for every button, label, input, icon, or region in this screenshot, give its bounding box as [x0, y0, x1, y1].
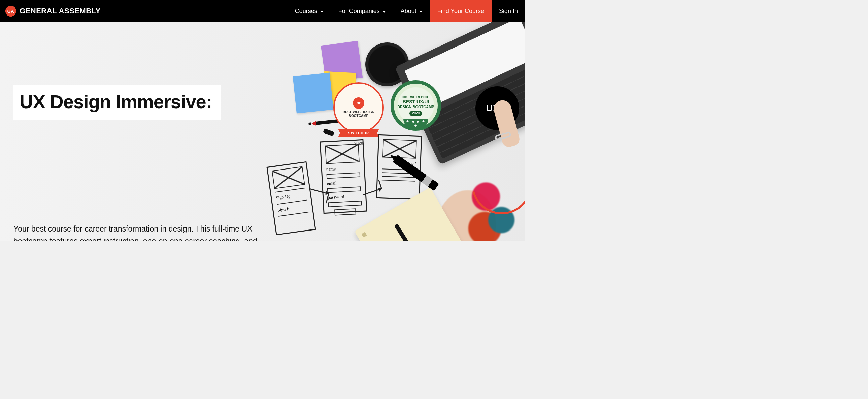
nav-for-companies-label: For Companies: [338, 8, 380, 15]
nav-about-label: About: [401, 8, 416, 15]
nav-cta-label: Find Your Course: [437, 8, 484, 15]
hero-section: UX Design Immersive: Your best course fo…: [0, 22, 525, 241]
wireframe-field-icon: [328, 200, 362, 207]
main-nav: Courses For Companies About Find Your Co…: [287, 0, 525, 22]
nav-about[interactable]: About: [393, 0, 430, 22]
brand-badge-text: GA: [7, 9, 14, 14]
wireframe-text: password: [328, 193, 362, 200]
course-report-year: 2020: [409, 111, 422, 116]
brand-logo[interactable]: GA GENERAL ASSEMBLY: [5, 6, 101, 17]
nav-courses-label: Courses: [295, 8, 317, 15]
wireframe-text: name: [326, 165, 360, 172]
wireframe-image-placeholder-icon: [382, 139, 416, 159]
hero-title: UX Design Immersive:: [13, 85, 221, 120]
chevron-down-icon: [419, 11, 423, 13]
switchup-line1: BEST WEB DESIGN: [343, 110, 374, 114]
nav-courses[interactable]: Courses: [287, 0, 331, 22]
course-report-line1: BEST UX/UI: [403, 99, 429, 105]
pen-cap-icon: [323, 129, 335, 137]
wireframe-line-icon: [382, 176, 415, 178]
sticky-note-icon: [293, 73, 334, 114]
wireframe-field-icon: [327, 172, 361, 179]
switchup-ribbon: SWITCHUP: [338, 129, 379, 138]
switchup-line2: BOOTCAMP: [349, 114, 368, 118]
site-header: GA GENERAL ASSEMBLY Courses For Companie…: [0, 0, 525, 22]
wireframe-text: Sign In: [277, 203, 308, 213]
hero-description: Your best course for career transformati…: [13, 223, 279, 241]
course-report-stars: ★ ★ ★ ★ ★: [403, 119, 428, 129]
wireframe-field-icon: [327, 187, 361, 193]
nav-signin-label: Sign In: [499, 8, 518, 15]
wireframe-line-icon: [382, 180, 415, 181]
wireframe-text: Sign Up: [275, 192, 306, 201]
nav-for-companies[interactable]: For Companies: [331, 0, 393, 22]
switchup-badge: ✶ BEST WEB DESIGN BOOTCAMP SWITCHUP 2020: [333, 82, 384, 133]
hero-heading-wrap: UX Design Immersive:: [13, 85, 262, 120]
brand-badge-icon: GA: [5, 6, 16, 17]
nav-sign-in[interactable]: Sign In: [492, 0, 525, 22]
flame-icon: ✶: [353, 97, 364, 109]
course-report-line2: DESIGN BOOTCAMP: [397, 105, 434, 110]
brand-name: GENERAL ASSEMBLY: [20, 7, 101, 16]
wireframe-button-icon: [334, 208, 356, 215]
course-report-top: COURSE REPORT: [401, 95, 430, 99]
hero-body: Your best course for career transformati…: [13, 169, 283, 241]
wireframe-image-placeholder-icon: [272, 167, 305, 189]
course-report-badge: COURSE REPORT BEST UX/UI DESIGN BOOTCAMP…: [391, 80, 441, 131]
chevron-down-icon: [382, 11, 386, 13]
nav-find-your-course[interactable]: Find Your Course: [430, 0, 492, 22]
hero-artwork: ✶ BEST WEB DESIGN BOOTCAMP SWITCHUP 2020…: [283, 22, 525, 241]
wireframe-line-icon: [278, 211, 308, 217]
wireframe-image-placeholder-icon: [325, 144, 360, 164]
chevron-down-icon: [320, 11, 323, 13]
wireframe-text: email: [327, 179, 361, 186]
